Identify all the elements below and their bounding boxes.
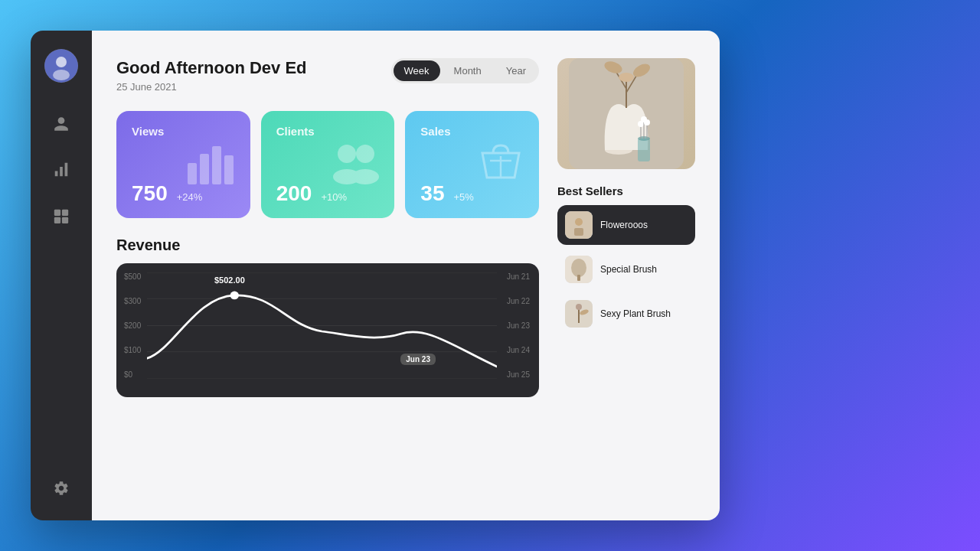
- svg-point-40: [575, 218, 583, 226]
- stat-card-sales: Sales 35 +5%: [405, 111, 539, 218]
- dashboard-container: Good Afternoon Dev Ed 25 June 2021 Week …: [31, 31, 720, 520]
- sidebar-nav: [51, 113, 72, 481]
- svg-rect-9: [212, 146, 221, 184]
- views-label: Views: [132, 125, 235, 138]
- sales-icon: [475, 139, 527, 190]
- sales-value: 35: [420, 181, 444, 206]
- chart-container: $500 $300 $200 $100 $0 Jun 21 Jun 22 Jun…: [116, 263, 539, 397]
- filter-month-button[interactable]: Month: [443, 60, 492, 81]
- chart-area: $502.00 Jun 23: [147, 272, 497, 379]
- revenue-chart-svg: [147, 272, 497, 379]
- sidebar: [31, 31, 92, 520]
- chart-x-labels: Jun 21 Jun 22 Jun 23 Jun 24 Jun 25: [507, 272, 530, 379]
- svg-point-38: [644, 119, 650, 126]
- clients-label: Clients: [276, 125, 380, 138]
- best-sellers-title: Best Sellers: [557, 184, 695, 197]
- greeting-block: Good Afternoon Dev Ed 25 June 2021: [116, 58, 307, 93]
- svg-point-12: [356, 145, 374, 163]
- svg-rect-4: [62, 210, 68, 216]
- best-seller-item-special-brush[interactable]: Special Brush: [557, 249, 695, 289]
- svg-point-30: [619, 73, 634, 82]
- time-filter: Week Month Year: [391, 58, 539, 83]
- svg-rect-10: [224, 155, 234, 184]
- sales-change: +5%: [454, 191, 474, 203]
- clients-value: 200: [276, 181, 312, 206]
- avatar[interactable]: [44, 49, 78, 83]
- views-icon: [185, 140, 238, 189]
- views-value: 750: [132, 181, 168, 206]
- sales-label: Sales: [420, 125, 524, 138]
- filter-year-button[interactable]: Year: [495, 60, 537, 81]
- featured-image-svg: [569, 58, 684, 169]
- left-panel: Good Afternoon Dev Ed 25 June 2021 Week …: [116, 58, 539, 496]
- right-panel: Best Sellers Flowerooos: [557, 58, 695, 496]
- stat-card-clients: Clients 200 +10%: [261, 111, 395, 218]
- svg-point-22: [230, 292, 239, 300]
- best-seller-thumb-flowerooos: [565, 211, 593, 239]
- sidebar-item-users[interactable]: [51, 113, 72, 135]
- best-seller-item-flowerooos[interactable]: Flowerooos: [557, 205, 695, 245]
- best-seller-thumb-sexy-plant-brush: [565, 300, 593, 328]
- svg-point-47: [576, 304, 582, 310]
- revenue-section: Revenue $500 $300 $200 $100 $0 Jun 21 Ju…: [116, 236, 539, 397]
- svg-point-1: [56, 57, 67, 67]
- date-text: 25 June 2021: [116, 81, 307, 93]
- chart-peak-label: $502.00: [214, 276, 245, 285]
- chart-date-tooltip: Jun 23: [400, 354, 436, 365]
- svg-rect-5: [54, 217, 60, 223]
- best-seller-thumb-special-brush: [565, 256, 593, 283]
- best-seller-name-flowerooos: Flowerooos: [600, 220, 648, 230]
- stats-row: Views 750 +24%: [116, 111, 539, 218]
- best-seller-item-sexy-plant-brush[interactable]: Sexy Plant Brush: [557, 294, 695, 334]
- svg-rect-3: [54, 210, 60, 216]
- svg-rect-7: [188, 163, 197, 184]
- header-section: Good Afternoon Dev Ed 25 June 2021 Week …: [116, 58, 539, 93]
- featured-image: [557, 58, 695, 169]
- clients-change: +10%: [321, 191, 347, 203]
- svg-point-14: [351, 169, 379, 184]
- svg-rect-8: [200, 154, 209, 184]
- filter-week-button[interactable]: Week: [394, 60, 440, 81]
- svg-rect-31: [638, 139, 650, 161]
- chart-y-labels: $500 $300 $200 $100 $0: [124, 272, 141, 379]
- stat-card-views: Views 750 +24%: [116, 111, 250, 218]
- svg-rect-44: [577, 275, 580, 281]
- best-seller-name-special-brush: Special Brush: [600, 264, 657, 275]
- svg-point-2: [53, 70, 70, 80]
- best-seller-name-sexy-plant-brush: Sexy Plant Brush: [600, 308, 671, 319]
- sidebar-item-products[interactable]: [51, 205, 72, 227]
- sidebar-item-analytics[interactable]: [51, 159, 72, 181]
- revenue-title: Revenue: [116, 236, 539, 254]
- svg-rect-41: [574, 228, 583, 236]
- views-change: +24%: [177, 191, 203, 203]
- svg-point-11: [338, 145, 356, 163]
- svg-point-43: [571, 259, 586, 277]
- best-sellers-section: Best Sellers Flowerooos: [557, 184, 695, 338]
- svg-rect-6: [62, 217, 68, 223]
- greeting-text: Good Afternoon Dev Ed: [116, 58, 307, 78]
- settings-icon[interactable]: [51, 481, 72, 502]
- clients-icon: [327, 140, 382, 189]
- main-content: Good Afternoon Dev Ed 25 June 2021 Week …: [92, 31, 720, 520]
